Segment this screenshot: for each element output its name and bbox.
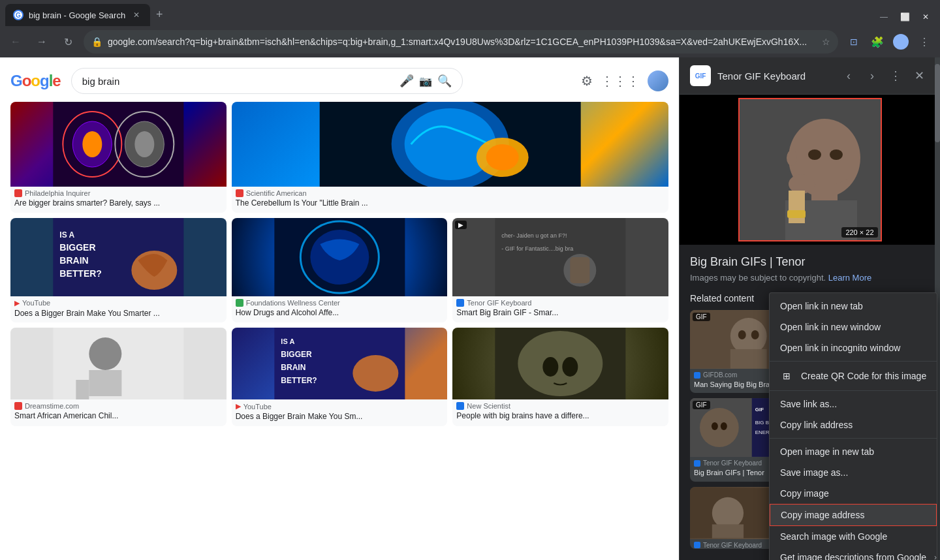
image-source: ▶ YouTube xyxy=(10,296,227,307)
svg-rect-29 xyxy=(76,380,89,399)
ctx-item-text: Create QR Code for this image xyxy=(801,371,926,381)
ctx-get-descriptions[interactable]: Get image descriptions from Google › xyxy=(770,547,937,560)
svg-point-35 xyxy=(352,355,398,392)
image-title: Smart Big Brain GIF - Smar... xyxy=(452,307,668,322)
image-thumbnail xyxy=(232,218,448,296)
images-grid: Philadelphia Inquirer Are bigger brains … xyxy=(10,102,668,426)
tab-close-button[interactable]: ✕ xyxy=(131,9,142,21)
forward-button[interactable]: → xyxy=(31,31,52,52)
reload-button[interactable]: ↻ xyxy=(57,31,78,52)
svg-rect-28 xyxy=(89,370,121,396)
back-button[interactable]: ← xyxy=(5,31,26,52)
search-submit-icon[interactable]: 🔍 xyxy=(437,74,452,88)
search-icons: 🎤 📷 🔍 xyxy=(400,74,452,88)
apps-icon[interactable]: ⋮⋮⋮ xyxy=(601,73,640,89)
learn-more-link[interactable]: Learn More xyxy=(828,273,871,283)
ctx-open-new-window[interactable]: Open link in new window xyxy=(770,317,937,337)
profile-button[interactable] xyxy=(890,31,911,52)
detail-image-container: 220 × 22 xyxy=(680,95,940,245)
prev-image-button[interactable]: ‹ xyxy=(838,65,859,86)
browser-chrome: G big brain - Google Search ✕ + — ⬜ ✕ ← … xyxy=(0,0,940,57)
image-source: Tenor GIF Keyboard xyxy=(452,296,668,307)
ctx-copy-link[interactable]: Copy link address xyxy=(770,414,937,435)
minimize-button[interactable]: — xyxy=(875,10,893,23)
list-item[interactable]: Philadelphia Inquirer Are bigger brains … xyxy=(10,102,227,213)
settings-icon[interactable]: ⚙ xyxy=(581,73,593,89)
ctx-create-qr[interactable]: ⊞ Create QR Code for this image xyxy=(770,364,937,388)
source-name: YouTube xyxy=(243,403,272,411)
tab-title: big brain - Google Search xyxy=(29,10,125,20)
next-image-button[interactable]: › xyxy=(862,65,883,86)
ctx-search-image[interactable]: Search image with Google xyxy=(770,526,937,547)
scrollbar-thumb[interactable] xyxy=(935,64,940,142)
image-thumbnail: ▶ cher- Jaiden u got an F?! - GIF for Fa… xyxy=(452,218,668,296)
window-controls: — ⬜ ✕ xyxy=(870,10,940,26)
ctx-open-image-tab[interactable]: Open image in new tab xyxy=(770,441,937,462)
image-size-badge: 220 × 22 xyxy=(841,227,877,238)
detail-image-box: 220 × 22 xyxy=(738,98,882,241)
list-item[interactable]: Scientific American The Cerebellum Is Yo… xyxy=(232,102,668,213)
qr-icon: ⊞ xyxy=(780,369,793,382)
user-avatar[interactable] xyxy=(648,70,668,91)
maximize-button[interactable]: ⬜ xyxy=(896,10,914,23)
svg-rect-21 xyxy=(495,218,626,296)
ctx-item-text: Open image in new tab xyxy=(780,446,926,457)
cast-button[interactable]: ⊡ xyxy=(843,31,864,52)
more-options-button[interactable]: ⋮ xyxy=(885,65,906,86)
close-button[interactable]: ✕ xyxy=(916,10,935,23)
ctx-save-link[interactable]: Save link as... xyxy=(770,394,937,414)
extensions-button[interactable]: 🧩 xyxy=(867,31,888,52)
source-badge xyxy=(456,299,464,307)
list-item[interactable]: IS A BIGGER BRAIN BETTER? ▶ YouTube Does… xyxy=(232,328,448,426)
svg-text:IS A: IS A xyxy=(281,337,294,345)
svg-point-46 xyxy=(830,149,843,160)
detail-image xyxy=(740,99,882,241)
gif-label-badge: GIF xyxy=(693,401,710,409)
ctx-item-text: Open link in incognito window xyxy=(780,343,926,353)
ctx-copy-image-address[interactable]: Copy image address xyxy=(770,504,937,526)
svg-text:BETTER?: BETTER? xyxy=(281,376,317,385)
lock-icon: 🔒 xyxy=(91,37,102,47)
ctx-item-text: Save image as... xyxy=(780,467,926,478)
detail-header: GIF Tenor GIF Keyboard ‹ › ⋮ ✕ xyxy=(680,57,940,95)
tab-favicon: G xyxy=(13,10,24,20)
ctx-separator xyxy=(770,390,937,391)
close-detail-button[interactable]: ✕ xyxy=(909,65,930,86)
source-icon xyxy=(694,372,700,379)
image-thumbnail: IS A BIGGER BRAIN BETTER? xyxy=(10,218,227,296)
svg-point-54 xyxy=(738,330,746,339)
svg-text:BIGGER: BIGGER xyxy=(281,350,312,359)
source-badge xyxy=(236,299,243,307)
list-item[interactable]: IS A BIGGER BRAIN BETTER? ▶ YouTube Does… xyxy=(10,218,227,323)
detail-title: Big Brain GIFs | Tenor xyxy=(690,255,930,269)
detail-favicon: GIF xyxy=(690,65,711,86)
images-panel: Google 🎤 📷 🔍 ⚙ ⋮⋮⋮ xyxy=(0,57,679,560)
list-item[interactable]: ▶ cher- Jaiden u got an F?! - GIF for Fa… xyxy=(452,218,668,323)
image-title: Smart African American Chil... xyxy=(10,410,227,426)
ctx-open-incognito[interactable]: Open link in incognito window xyxy=(770,337,937,358)
list-item[interactable]: Dreamstime.com Smart African American Ch… xyxy=(10,328,227,426)
menu-button[interactable]: ⋮ xyxy=(914,31,935,52)
list-item[interactable]: New Scientist People with big brains hav… xyxy=(452,328,668,426)
source-name: Foundations Wellness Center xyxy=(246,299,340,307)
image-source: ▶ YouTube xyxy=(232,399,448,411)
image-source: New Scientist xyxy=(452,399,668,410)
search-input[interactable] xyxy=(82,76,394,87)
ctx-open-new-tab[interactable]: Open link in new tab xyxy=(770,296,937,317)
microphone-icon[interactable]: 🎤 xyxy=(400,74,414,88)
camera-icon[interactable]: 📷 xyxy=(419,75,432,87)
tab-bar: G big brain - Google Search ✕ + — ⬜ ✕ xyxy=(0,0,940,26)
image-title: The Cerebellum Is Your "Little Brain ... xyxy=(232,197,668,213)
svg-point-52 xyxy=(730,318,767,354)
ctx-save-image[interactable]: Save image as... xyxy=(770,462,937,483)
search-bar[interactable]: 🎤 📷 🔍 xyxy=(71,68,463,94)
active-tab[interactable]: G big brain - Google Search ✕ xyxy=(5,4,150,26)
svg-point-6 xyxy=(134,131,154,157)
image-source: Foundations Wellness Center xyxy=(232,296,448,307)
svg-rect-48 xyxy=(789,191,805,223)
image-source: Dreamstime.com xyxy=(10,399,227,410)
list-item[interactable]: Foundations Wellness Center How Drugs an… xyxy=(232,218,448,323)
address-bar[interactable]: 🔒 google.com/search?q=big+brain&tbm=isch… xyxy=(84,30,838,54)
ctx-copy-image[interactable]: Copy image xyxy=(770,483,937,504)
new-tab-button[interactable]: + xyxy=(150,5,168,23)
